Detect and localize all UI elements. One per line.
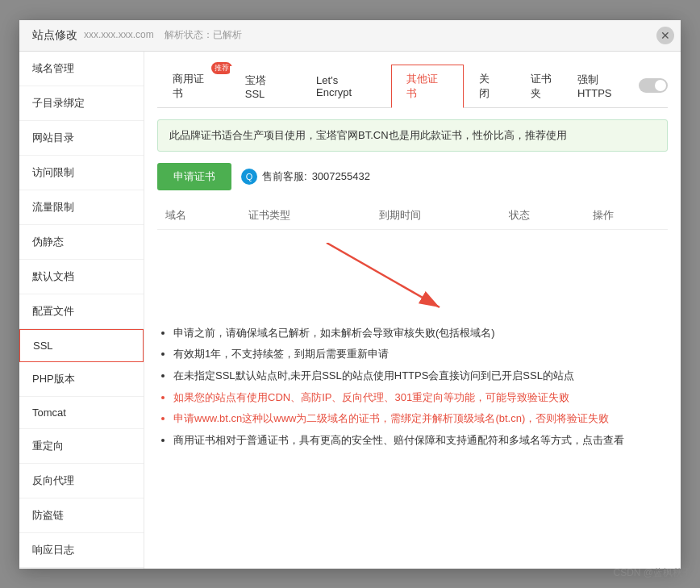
sidebar-item-domain[interactable]: 域名管理 <box>19 52 144 86</box>
apply-cert-button[interactable]: 申请证书 <box>157 163 231 190</box>
col-domain: 域名 <box>157 202 240 230</box>
sidebar-item-default[interactable]: 默认文档 <box>19 260 144 294</box>
cert-table: 域名 证书类型 到期时间 状态 操作 <box>157 202 668 230</box>
sidebar-item-proxy[interactable]: 反向代理 <box>19 464 144 498</box>
sidebar-item-static[interactable]: 伪静态 <box>19 225 144 260</box>
qq-icon: Q <box>241 169 257 185</box>
notes-list: 申请之前，请确保域名已解析，如未解析会导致审核失败(包括根域名) 有效期1年，不… <box>157 323 668 451</box>
col-expire: 到期时间 <box>371 202 502 230</box>
col-status: 状态 <box>501 202 584 230</box>
sidebar-item-webdir[interactable]: 网站目录 <box>19 121 144 156</box>
modal-header: 站点修改 xxx.xxx.xxx.com 解析状态：已解析 ✕ <box>19 20 681 52</box>
arrow-container <box>157 243 668 315</box>
modal: 站点修改 xxx.xxx.xxx.com 解析状态：已解析 ✕ 域名管理 子目录… <box>19 20 681 569</box>
note-item-5: 商用证书相对于普通证书，具有更高的安全性、赔付保障和支持通配符和多域名等方式，点… <box>173 431 668 451</box>
sidebar-item-hotlink[interactable]: 防盗链 <box>19 498 144 533</box>
note-item-2: 在未指定SSL默认站点时,未开启SSL的站点使用HTTPS会直接访问到已开启SS… <box>173 366 668 386</box>
sidebar-item-ssl[interactable]: SSL <box>19 329 144 362</box>
col-type: 证书类型 <box>240 202 371 230</box>
service-phone: 3007255432 <box>312 170 370 182</box>
sidebar-item-subdir[interactable]: 子目录绑定 <box>19 86 144 121</box>
sidebar-item-access[interactable]: 访问限制 <box>19 156 144 190</box>
https-toggle-switch[interactable] <box>639 78 668 93</box>
sidebar-item-traffic[interactable]: 流量限制 <box>19 190 144 225</box>
apply-area: 申请证书 Q 售前客服: 3007255432 <box>157 163 668 190</box>
red-arrow <box>319 243 480 315</box>
svg-line-1 <box>327 243 440 307</box>
https-toggle-area: 强制HTTPS <box>577 73 668 99</box>
note-item-0: 申请之前，请确保域名已解析，如未解析会导致审核失败(包括根域名) <box>173 323 668 344</box>
tab-other[interactable]: 其他证书 <box>391 65 464 108</box>
sidebar-item-php[interactable]: PHP版本 <box>19 362 144 397</box>
note-item-1: 有效期1年，不支持续签，到期后需要重新申请 <box>173 344 668 365</box>
note-item-4: 申请www.bt.cn这种以www为二级域名的证书，需绑定并解析顶级域名(bt.… <box>173 409 668 429</box>
service-label: 售前客服: <box>262 169 307 184</box>
col-action: 操作 <box>585 202 668 230</box>
sidebar-item-log[interactable]: 响应日志 <box>19 533 144 568</box>
https-label: 强制HTTPS <box>577 73 632 99</box>
tab-letsencrypt[interactable]: Let's Encrypt <box>301 67 391 105</box>
main-content: 商用证书 推荐 宝塔SSL Let's Encrypt 其他证书 关闭 <box>144 52 681 569</box>
customer-service: Q 售前客服: 3007255432 <box>241 169 370 185</box>
modal-subtitle: xxx.xxx.xxx.com 解析状态：已解析 <box>84 28 242 42</box>
sidebar-item-config[interactable]: 配置文件 <box>19 294 144 329</box>
note-item-3: 如果您的站点有使用CDN、高防IP、反向代理、301重定向等功能，可能导致验证失… <box>173 388 668 408</box>
modal-title: 站点修改 <box>32 28 77 43</box>
watermark: CSDN @蓝枫秋千 <box>613 566 692 580</box>
info-banner: 此品牌证书适合生产项目使用，宝塔官网BT.CN也是用此款证书，性价比高，推荐使用 <box>157 119 668 152</box>
tab-close[interactable]: 关闭 <box>464 65 515 107</box>
tab-commercial[interactable]: 商用证书 推荐 <box>157 65 230 107</box>
tab-baota[interactable]: 宝塔SSL <box>230 66 301 106</box>
close-button[interactable]: ✕ <box>656 27 674 44</box>
tabs-bar: 商用证书 推荐 宝塔SSL Let's Encrypt 其他证书 关闭 <box>157 65 668 108</box>
sidebar: 域名管理 子目录绑定 网站目录 访问限制 流量限制 伪静态 默认文档 配置文件 … <box>19 52 144 569</box>
sidebar-item-tomcat[interactable]: Tomcat <box>19 397 144 429</box>
modal-body: 域名管理 子目录绑定 网站目录 访问限制 流量限制 伪静态 默认文档 配置文件 … <box>19 52 681 569</box>
tab-certfolder[interactable]: 证书夹 <box>515 65 577 107</box>
sidebar-item-redirect[interactable]: 重定向 <box>19 429 144 464</box>
